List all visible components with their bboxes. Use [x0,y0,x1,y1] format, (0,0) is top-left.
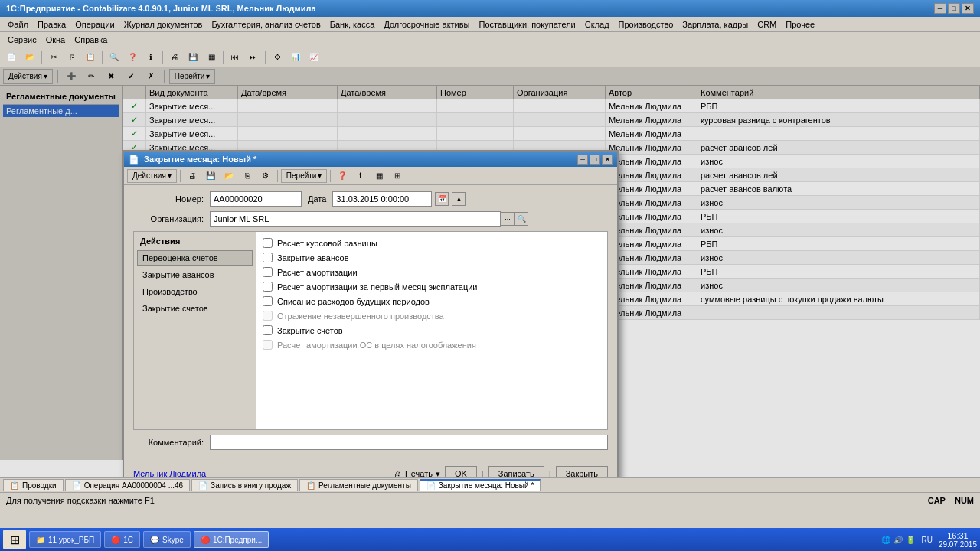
sidebar-item-production[interactable]: Производство [137,284,253,299]
toolbar-sep-4 [223,51,224,64]
toolbar-next[interactable]: ⏭ [245,50,262,65]
sidebar-item-advances[interactable]: Закрытие авансов [137,267,253,282]
calendar-btn[interactable]: 📅 [435,192,449,206]
taskbar-item-folder[interactable]: 📁 11 урок_РБП [29,531,101,548]
sidebar-item-close-accounts[interactable]: Закрытие счетов [137,301,253,316]
status-tab-reglament[interactable]: 📋 Регламентные документы [299,479,418,491]
taskbar-item-1cpred[interactable]: 🔴 1С:Предпри... [194,531,269,548]
org-input[interactable] [210,211,501,227]
taskbar-item-skype[interactable]: 💬 Skype [143,531,191,548]
author-link[interactable]: Мельник Людмила [133,469,387,477]
start-button[interactable]: ⊞ [3,530,26,549]
checkbox-wip [263,311,273,321]
modal-info-btn[interactable]: ℹ [352,168,369,184]
status-tabs: 📋 Проводки 📄 Операция АА00000004 ...46 📄… [3,479,977,491]
status-tab-sales[interactable]: 📄 Запись в книгу продаж [191,479,298,491]
status-tab-operation[interactable]: 📄 Операция АА00000004 ...46 [65,479,190,491]
org-dots-btn[interactable]: ··· [501,212,514,226]
menu-suppliers[interactable]: Поставщики, покупатели [475,18,580,31]
toolbar-print[interactable]: 🖨 [166,50,183,65]
status-tab-postings[interactable]: 📋 Проводки [3,479,64,491]
modal-misc-btn[interactable]: ⚙ [257,168,274,184]
modal-footer: Мельник Людмила 🖨 Печать ▾ OK | Записать… [124,461,617,477]
status-tab-closing[interactable]: 📄 Закрытие месяца: Новый * [420,479,541,491]
postings-label: Проводки [22,481,57,490]
modal-open-btn[interactable]: 📂 [220,168,237,184]
modal-goto-btn[interactable]: Перейти ▾ [281,169,328,183]
language-indicator[interactable]: RU [921,536,932,544]
date-up-btn[interactable]: ▲ [452,192,466,206]
modal-close-btn[interactable]: ✕ [602,155,612,165]
hint-bar: Для получения подсказки нажмите F1 CAP N… [0,492,980,507]
save-button[interactable]: Записать [488,466,544,477]
menu-salary[interactable]: Зарплата, кадры [678,18,753,31]
number-input[interactable] [210,191,302,207]
checkbox-row-1: Расчет курсовой разницы [263,238,601,248]
menu-other[interactable]: Прочее [781,18,819,31]
modal-minimize-btn[interactable]: ─ [577,155,588,165]
toolbar-btn-misc1[interactable]: ⚙ [269,50,286,65]
toolbar-help[interactable]: ❓ [124,50,141,65]
toolbar-btn-misc2[interactable]: 📊 [287,50,304,65]
modal-copy-btn[interactable]: ⎘ [239,168,256,184]
org-search-btn[interactable]: 🔍 [514,212,528,226]
modal-actions-btn[interactable]: Действия ▾ [127,169,177,183]
toolbar-paste[interactable]: 📋 [82,50,99,65]
toolbar-info[interactable]: ℹ [142,50,159,65]
folder-label: 11 урок_РБП [48,536,94,544]
checkbox-depreciation-first-label: Расчет амортизации за первый месяц экспл… [277,282,477,292]
checkbox-depreciation-first[interactable] [263,282,273,292]
menu-service[interactable]: Сервис [3,34,41,46]
menu-help[interactable]: Справка [70,34,112,46]
status-tabs-bar: 📋 Проводки 📄 Операция АА00000004 ...46 📄… [0,477,980,492]
toolbar-open[interactable]: 📂 [21,50,38,65]
checkbox-close-accounts[interactable] [263,325,273,335]
checkbox-exchange-diff[interactable] [263,238,273,248]
sidebar-item-revaluation[interactable]: Переоценка счетов [137,250,253,266]
menu-edit[interactable]: Правка [33,18,70,31]
toolbar-prev[interactable]: ⏮ [227,50,243,65]
menu-longterm[interactable]: Долгосрочные активы [379,18,474,31]
maximize-button[interactable]: □ [948,3,960,14]
menu-journal[interactable]: Журнал документов [119,18,207,31]
menu-crm[interactable]: CRM [753,18,781,31]
toolbar-cut[interactable]: ✂ [45,50,62,65]
toolbar-find[interactable]: 🔍 [106,50,122,65]
modal-maximize-btn[interactable]: □ [590,155,600,165]
comment-input[interactable] [210,435,608,450]
menu-accounting[interactable]: Бухгалтерия, анализ счетов [207,18,325,31]
close-button[interactable]: Закрыть [556,466,608,477]
checkbox-wip-label: Отражение незавершенного производства [277,311,444,321]
taskbar-item-1c[interactable]: 🔴 1С [104,531,140,548]
toolbar-save[interactable]: 💾 [185,50,201,65]
menu-file[interactable]: Файл [3,18,33,31]
modal-table-btn[interactable]: ⊞ [389,168,406,184]
modal-save-btn[interactable]: 💾 [202,168,219,184]
sales-icon: 📄 [198,481,207,490]
menu-production[interactable]: Производство [614,18,678,31]
actions-panel: Действия Переоценка счетов Закрытие аван… [133,231,608,430]
toolbar-filter[interactable]: ▦ [203,50,220,65]
ok-button[interactable]: OK [445,466,477,477]
toolbar-btn-misc3[interactable]: 📈 [305,50,322,65]
toolbar-new[interactable]: 📄 [3,50,20,65]
menu-operations[interactable]: Операции [70,18,119,31]
menu-windows[interactable]: Окна [41,34,70,46]
checkbox-write-off[interactable] [263,296,273,306]
org-label: Организация: [133,214,210,223]
comment-label: Комментарий: [133,438,210,447]
close-button[interactable]: ✕ [962,3,974,14]
date-input[interactable] [332,191,432,207]
modal-help-btn[interactable]: ❓ [334,168,351,184]
checkbox-depreciation[interactable] [263,267,273,277]
toolbar-copy[interactable]: ⎘ [64,50,80,65]
checkbox-close-advances[interactable] [263,253,273,262]
menu-warehouse[interactable]: Склад [580,18,614,31]
1cpred-label: 1С:Предпри... [213,536,262,544]
modal-grid-btn[interactable]: ▦ [371,168,387,184]
menu-bar: Файл Правка Операции Журнал документов Б… [0,17,980,32]
modal-print-btn[interactable]: 🖨 [184,168,201,184]
minimize-button[interactable]: ─ [934,3,946,14]
print-btn[interactable]: 🖨 Печать ▾ [394,469,440,478]
menu-bank[interactable]: Банк, касса [325,18,380,31]
